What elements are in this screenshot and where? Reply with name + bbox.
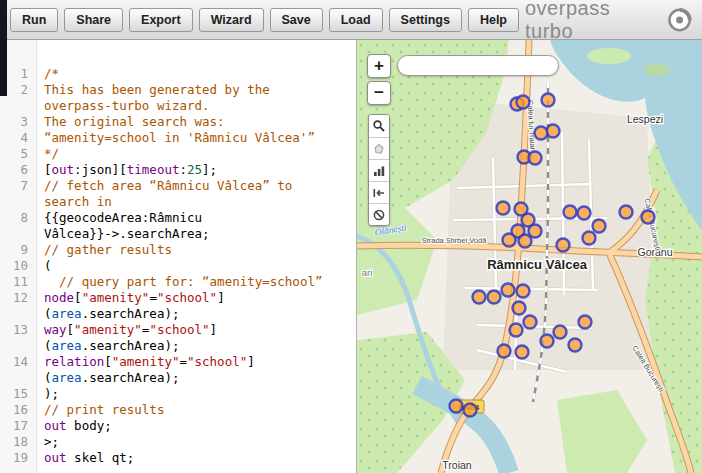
chart-icon [372,164,386,178]
poi-marker[interactable] [620,206,633,219]
line-number: 12 [0,290,36,322]
screen-edge-artifact [0,0,7,96]
line-number: 13 [0,322,36,354]
code-line[interactable]: 15); [0,386,356,402]
toolbar-button-export[interactable]: Export [129,8,193,32]
code-line[interactable]: 7// fetch area “Râmnicu Vâlcea” to searc… [0,178,356,210]
poi-marker[interactable] [513,302,526,315]
code-line[interactable]: 6[out:json][timeout:25]; [0,162,356,178]
toolbar-button-save[interactable]: Save [270,8,323,32]
code-editor[interactable]: 1/*2This has been generated by the overp… [0,40,357,473]
code-line[interactable]: 1/* [0,66,356,82]
map-search-button[interactable] [369,115,389,137]
code-text: // print results [36,402,356,418]
code-text: [out:json][timeout:25]; [36,162,356,178]
code-line[interactable]: 8{{geocodeArea:Râmnicu Vâlcea}}->.search… [0,210,356,242]
brand: overpass turbo [525,0,692,43]
code-line[interactable]: 13 way["amenity"="school"](area.searchAr… [0,322,356,354]
poi-marker[interactable] [464,404,477,417]
line-number: 8 [0,210,36,242]
poi-marker[interactable] [517,285,530,298]
toolbar-button-run[interactable]: Run [10,8,58,32]
poi-marker[interactable] [529,152,542,165]
poi-marker[interactable] [569,339,582,352]
poi-marker[interactable] [516,346,529,359]
toolbar-button-wizard[interactable]: Wizard [199,8,264,32]
app-title: overpass turbo [525,0,660,43]
code-text: // fetch area “Râmnicu Vâlcea” to search… [36,178,356,210]
toolbar-button-settings[interactable]: Settings [389,8,462,32]
code-text: ); [36,386,356,402]
zoom-in-button[interactable]: + [367,54,391,78]
poi-marker[interactable] [579,316,592,329]
poi-marker[interactable] [554,326,567,339]
poi-marker[interactable] [450,400,463,413]
poi-marker[interactable] [488,291,501,304]
line-number: 6 [0,162,36,178]
poi-marker[interactable] [578,207,591,220]
code-line[interactable]: 12 node["amenity"="school"](area.searchA… [0,290,356,322]
line-number: 7 [0,178,36,210]
poi-marker[interactable] [541,335,554,348]
line-number: 4 [0,130,36,146]
toolbar-button-help[interactable]: Help [468,8,519,32]
map-locate-button[interactable] [369,137,389,159]
line-number: 11 [0,274,36,290]
code-text: relation["amenity"="school"](area.search… [36,354,356,386]
code-line[interactable]: 2This has been generated by the overpass… [0,82,356,114]
zoom-out-button[interactable]: − [367,81,391,105]
poi-marker[interactable] [503,234,516,247]
poi-marker[interactable] [564,206,577,219]
poi-marker[interactable] [519,235,532,248]
blob-icon [372,142,386,156]
poi-marker[interactable] [642,211,655,224]
line-number: 16 [0,402,36,418]
poi-marker[interactable] [497,202,510,215]
poi-marker[interactable] [557,239,570,252]
poi-marker[interactable] [593,220,606,233]
code-text: way["amenity"="school"](area.searchArea)… [36,322,356,354]
code-line[interactable]: 5*/ [0,146,356,162]
code-text: /* [36,66,356,82]
toolbar: RunShareExportWizardSaveLoadSettingsHelp… [0,0,702,40]
poi-marker[interactable] [498,345,511,358]
toolbar-buttons: RunShareExportWizardSaveLoadSettingsHelp [10,8,525,32]
poi-marker[interactable] [473,291,486,304]
map-stats-button[interactable] [369,159,389,181]
map-clear-button[interactable] [369,203,389,225]
map-search-input[interactable] [397,55,559,76]
map-label: Lespezi [627,113,663,125]
poi-marker[interactable] [547,125,560,138]
code-line[interactable]: 9// gather results [0,242,356,258]
map-collapse-button[interactable] [369,181,389,203]
code-line[interactable]: 16// print results [0,402,356,418]
poi-marker[interactable] [524,316,537,329]
code-line[interactable]: 19out skel qt; [0,450,356,466]
poi-marker[interactable] [583,232,596,245]
code-line[interactable]: 18>; [0,434,356,450]
code-line[interactable]: 10( [0,258,356,274]
code-line[interactable]: 3The original search was: [0,114,356,130]
code-line[interactable]: 11 // query part for: “amenity=school” [0,274,356,290]
code-line[interactable]: 14 relation["amenity"="school"](area.sea… [0,354,356,386]
code-text: The original search was: [36,114,356,130]
code-text: // gather results [36,242,356,258]
overpass-turbo-logo-icon [667,7,692,33]
code-text: ( [36,258,356,274]
code-text: out body; [36,418,356,434]
line-number: 14 [0,354,36,386]
line-number: 3 [0,114,36,130]
toolbar-button-load[interactable]: Load [329,8,383,32]
poi-marker[interactable] [517,96,530,109]
poi-marker[interactable] [502,284,515,297]
poi-marker[interactable] [510,324,523,337]
poi-marker[interactable] [535,127,548,140]
code-line[interactable]: 17out body; [0,418,356,434]
map-label: ari [362,267,373,278]
poi-marker[interactable] [542,94,555,107]
toolbar-button-share[interactable]: Share [64,8,123,32]
code-text: This has been generated by the overpass-… [36,82,356,114]
map-canvas[interactable]: Râmnicu VâlceaGoranuLespeziOlăneștiariTr… [357,40,702,473]
code-line[interactable]: 4“amenity=school in 'Râmnicu Vâlcea'” [0,130,356,146]
poi-marker[interactable] [529,225,542,238]
